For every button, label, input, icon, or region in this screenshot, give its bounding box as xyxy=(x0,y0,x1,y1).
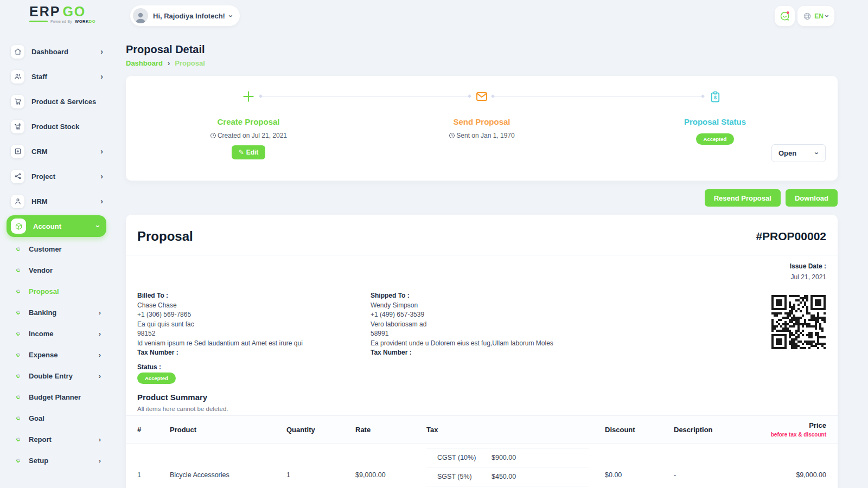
sidebar-subitem-report[interactable]: Report › xyxy=(0,429,115,450)
language-selector[interactable]: EN › xyxy=(797,6,834,26)
logo-tagline-prefix: Powered By xyxy=(50,20,72,23)
avatar xyxy=(133,8,148,23)
tax-name: CGST (10%) xyxy=(437,454,492,461)
breadcrumb: Dashboard › Proposal xyxy=(126,59,205,67)
person-icon xyxy=(11,195,24,208)
col-rate: Rate xyxy=(355,426,426,434)
sidebar-item-project[interactable]: Project › xyxy=(0,164,115,189)
sidebar-item-hrm[interactable]: HRM › xyxy=(0,189,115,214)
messenger-button[interactable] xyxy=(775,6,795,26)
chevron-right-icon: › xyxy=(99,436,101,443)
proposal-status-select[interactable]: Open › xyxy=(771,144,826,162)
chevron-right-icon: › xyxy=(100,197,103,205)
bullet-icon xyxy=(16,331,21,336)
bullet-icon xyxy=(16,395,21,400)
chevron-down-icon: › xyxy=(227,15,235,17)
col-tax: Tax xyxy=(426,426,605,434)
plus-icon xyxy=(167,89,330,104)
col-product: Product xyxy=(170,426,286,434)
sidebar-item-product-services[interactable]: Product & Services xyxy=(0,89,115,114)
created-date: Created on Jul 21, 2021 xyxy=(218,132,287,139)
cube-icon xyxy=(11,219,26,234)
bullet-icon xyxy=(16,310,21,315)
shipped-zip: 58991 xyxy=(371,329,598,339)
chevron-right-icon: › xyxy=(100,48,103,55)
chevron-down-icon: › xyxy=(824,15,832,17)
breadcrumb-current: Proposal xyxy=(175,59,205,67)
row-rate: $9,000.00 xyxy=(355,471,426,479)
tax-name: SGST (5%) xyxy=(437,473,492,480)
bullet-icon xyxy=(16,458,21,463)
user-menu[interactable]: Hi, Rajodiya Infotech! › xyxy=(130,5,240,26)
resend-proposal-button[interactable]: Resend Proposal xyxy=(705,189,781,207)
divider xyxy=(126,255,838,255)
bullet-icon xyxy=(16,289,21,294)
proposal-heading: Proposal xyxy=(137,229,193,244)
logo-text-go: GO xyxy=(62,4,86,19)
users-icon xyxy=(11,70,24,84)
globe-icon xyxy=(803,12,812,21)
sidebar-item-staff[interactable]: Staff › xyxy=(0,64,115,89)
sidebar-item-account[interactable]: Account › xyxy=(7,215,106,237)
logo-text-erp: ERP xyxy=(29,4,60,19)
sidebar-subitem-double-entry[interactable]: Double Entry › xyxy=(0,365,115,387)
sidebar-subitem-budget-planner[interactable]: Budget Planner xyxy=(0,387,115,408)
billed-zip: 98152 xyxy=(137,329,365,339)
sidebar-subitem-banking[interactable]: Banking › xyxy=(0,302,115,323)
cart-plus-icon xyxy=(11,120,24,133)
timeline-step-send: Send Proposal Sent on Jan 1, 1970 xyxy=(400,89,563,139)
sidebar-subitem-expense[interactable]: Expense › xyxy=(0,344,115,365)
col-price: Price xyxy=(755,421,826,429)
billed-name: Chase Chase xyxy=(137,301,365,311)
sidebar-subitem-vendor[interactable]: Vendor xyxy=(0,260,115,281)
sidebar-item-crm[interactable]: CRM › xyxy=(0,139,115,164)
price-note: before tax & discount xyxy=(755,432,826,438)
shipped-phone: +1 (499) 657-3539 xyxy=(371,310,598,320)
shipped-name: Wendy Simpson xyxy=(371,301,598,311)
chevron-right-icon: › xyxy=(100,172,103,180)
status-badge: Accepted xyxy=(137,373,176,384)
col-description: Description xyxy=(674,426,755,434)
language-code: EN xyxy=(814,12,824,20)
status-label: Status : xyxy=(137,363,161,371)
share-nodes-icon xyxy=(11,170,24,183)
tax-line: CGST (10%) $900.00 xyxy=(426,448,589,467)
download-button[interactable]: Download xyxy=(786,189,838,207)
sidebar-subitem-setup[interactable]: Setup › xyxy=(0,450,115,471)
sidebar-item-product-stock[interactable]: Product Stock xyxy=(0,114,115,139)
row-discount: $0.00 xyxy=(605,471,674,479)
status-badge: Accepted xyxy=(696,133,735,145)
issue-date-block: Issue Date : Jul 21, 2021 xyxy=(790,262,826,281)
issue-date-value: Jul 21, 2021 xyxy=(790,273,826,281)
chat-icon xyxy=(779,10,790,22)
proposal-detail-card: Proposal #PROP00002 Issue Date : Jul 21,… xyxy=(126,215,838,488)
chevron-right-icon: › xyxy=(99,351,101,358)
chevron-right-icon: › xyxy=(99,457,101,464)
crm-icon xyxy=(11,145,24,158)
action-buttons: Resend Proposal Download xyxy=(126,189,838,207)
sidebar-subitem-proposal[interactable]: Proposal xyxy=(0,281,115,302)
shipped-tax-label: Tax Number : xyxy=(371,349,412,356)
chevron-down-icon: › xyxy=(95,225,103,228)
edit-button[interactable]: ✎Edit xyxy=(232,145,266,159)
sidebar-subitem-customer[interactable]: Customer xyxy=(0,239,115,260)
shipped-address2: Ea provident unde u Dolorem eius est fug… xyxy=(371,339,598,349)
billed-to-block: Billed To : Chase Chase +1 (306) 569-786… xyxy=(137,291,365,358)
billed-tax-label: Tax Number : xyxy=(137,349,178,356)
sidebar-subitem-goal[interactable]: Goal xyxy=(0,408,115,429)
sidebar-item-dashboard[interactable]: Dashboard › xyxy=(0,39,115,64)
chevron-right-icon: › xyxy=(168,59,170,67)
shipped-to-block: Shipped To : Wendy Simpson +1 (499) 657-… xyxy=(371,291,598,358)
proposal-number: #PROP00002 xyxy=(756,230,826,243)
user-greeting: Hi, Rajodiya Infotech! xyxy=(153,12,225,20)
cart-icon xyxy=(11,95,24,108)
clipboard-dollar-icon: $ xyxy=(634,89,796,104)
sidebar-subitem-income[interactable]: Income › xyxy=(0,323,115,344)
table-row: 1 Bicycle Accessories 1 $9,000.00 CGST (… xyxy=(126,444,838,488)
timeline-step-create: Create Proposal Created on Jul 21, 2021 … xyxy=(167,89,330,159)
breadcrumb-dashboard[interactable]: Dashboard xyxy=(126,59,163,67)
qr-code xyxy=(771,295,826,349)
row-product: Bicycle Accessories xyxy=(170,471,286,479)
clock-icon xyxy=(449,132,455,139)
page-title: Proposal Detail xyxy=(126,43,205,56)
